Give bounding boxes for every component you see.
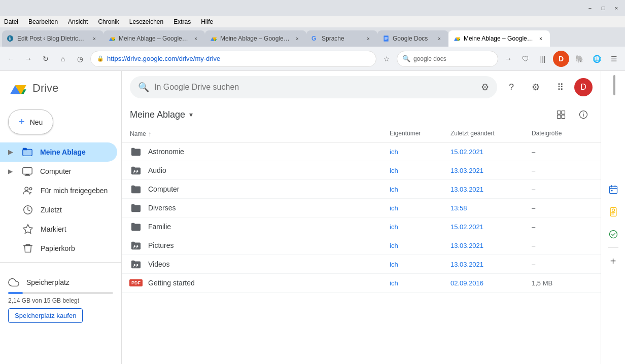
tab-sprache[interactable]: G Sprache × [306,30,377,47]
size-cell: – [532,261,593,268]
file-name-cell: Diverses [130,202,390,214]
menu-chronik[interactable]: Chronik [96,17,121,26]
sidebar-item-zuletzt[interactable]: Zuletzt [0,200,117,220]
menu-lesezeichen[interactable]: Lesezeichen [127,17,165,26]
table-row[interactable]: Astronomie ich 15.02.2021 – [122,142,601,161]
table-row[interactable]: Videos ich 13.03.2021 – [122,255,601,274]
home-button[interactable]: ⌂ [56,52,70,66]
tab-close-sprache[interactable]: × [364,34,372,43]
size-cell: – [532,204,593,212]
folder-icon [130,202,142,214]
search-options-icon[interactable]: ⚙ [481,82,489,93]
app-body: Drive + Neu ▶ Meine Ablage ▶ C [0,71,625,364]
tab-close-wordpress[interactable]: × [90,34,98,43]
table-row[interactable]: Pictures ich 13.03.2021 – [122,236,601,255]
add-panel-btn[interactable]: + [604,252,622,270]
lock-icon: 🔒 [97,55,104,62]
window-controls[interactable]: − □ × [585,4,621,13]
bookmarks-icon-btn[interactable]: ||| [536,52,550,66]
menu-icon[interactable]: ☰ [607,52,621,66]
table-row[interactable]: Familie ich 15.02.2021 – [122,217,601,236]
search-bar[interactable]: 🔍 google docs [397,51,498,67]
right-panel-divider [608,247,618,248]
sidebar-item-computer[interactable]: ▶ Computer [0,162,117,181]
keep-panel-btn[interactable] [604,203,622,221]
url-bar[interactable]: 🔒 https://drive.google.com/drive/my-driv… [90,51,376,67]
forward-button[interactable]: → [21,52,36,66]
size-cell: – [532,148,593,156]
size-cell: – [532,186,593,193]
tab-google-docs[interactable]: Google Docs × [377,30,448,47]
arrow-right-button[interactable]: → [501,52,515,66]
tab-drive-active[interactable]: Meine Ablage – Google Dr… × [448,30,550,47]
storage-item[interactable]: Speicherplatz [8,273,113,292]
tab-close-active[interactable]: × [537,34,545,43]
drive-title: Drive [32,82,58,95]
menu-bar: Datei Bearbeiten Ansicht Chronik Lesezei… [0,16,625,27]
sidebar: Drive + Neu ▶ Meine Ablage ▶ C [0,71,122,364]
col-name-header[interactable]: Name ↑ [130,130,390,138]
table-row[interactable]: Diverses ich 13:58 – [122,199,601,217]
calendar-panel-btn[interactable] [604,180,622,199]
reload-button[interactable]: ↻ [39,52,53,66]
svg-point-28 [609,231,617,238]
name-header-text: Name [130,130,146,137]
sidebar-item-meine-ablage[interactable]: ▶ Meine Ablage [0,142,117,162]
grid-view-button[interactable] [552,105,570,124]
tab-close-drive3[interactable]: × [293,34,301,43]
history-button[interactable]: ◷ [73,52,87,66]
menu-ansicht[interactable]: Ansicht [66,17,90,26]
folder-dropdown-chevron[interactable]: ▾ [189,111,193,119]
tab-wordpress[interactable]: 🅦 Edit Post ‹ Blog Dietrich (S… × [2,30,103,47]
sidebar-item-markiert[interactable]: Markiert [0,220,117,239]
profile-icon-d[interactable]: D [553,51,569,67]
svg-point-21 [136,245,138,247]
table-row[interactable]: PDF Getting started ich 02.09.2016 1,5 M… [122,274,601,293]
folder-shared-icon [130,258,142,270]
tab-drive-3[interactable]: Meine Ablage – Google Dri… × [205,30,306,47]
minimize-button[interactable]: − [585,4,595,13]
shield-icon-btn[interactable]: 🛡 [518,52,533,66]
info-button[interactable] [574,105,593,124]
svg-point-20 [133,245,135,247]
col-size-header: Dateigröße [532,130,593,138]
close-button[interactable]: × [612,4,621,13]
cloud-icon [8,277,19,288]
evernote-icon[interactable]: 🐘 [572,52,586,66]
col-owner-header: Eigentümer [390,130,450,138]
tasks-panel-btn[interactable] [604,225,622,243]
tab-label: Edit Post ‹ Blog Dietrich (S… [17,35,87,42]
tab-drive-2[interactable]: Meine Ablage – Google Dr… × [103,30,205,47]
file-name: Diverses [148,204,176,212]
menu-datei[interactable]: Datei [2,17,20,26]
menu-extras[interactable]: Extras [171,17,193,26]
settings-button[interactable]: ⚙ [526,77,546,97]
sidebar-header: Drive [0,75,121,105]
user-avatar[interactable]: D [574,78,593,96]
menu-hilfe[interactable]: Hilfe [199,17,215,26]
svg-point-23 [136,264,138,266]
back-button[interactable]: ← [4,52,18,66]
table-row[interactable]: Audio ich 13.03.2021 – [122,161,601,180]
extension-icon[interactable]: 🌐 [589,52,604,66]
new-button[interactable]: + Neu [8,110,53,134]
maximize-button[interactable]: □ [599,4,608,13]
menu-bearbeiten[interactable]: Bearbeiten [26,17,60,26]
apps-button[interactable]: ⠿ [550,77,570,97]
svg-rect-2 [385,38,388,39]
bookmark-button[interactable]: ☆ [379,52,394,66]
storage-buy-button[interactable]: Speicherplatz kaufen [8,308,83,323]
tab-close-docs[interactable]: × [435,34,443,43]
help-button[interactable]: ? [501,77,522,97]
search-input[interactable] [154,83,476,92]
sidebar-item-fuer-mich[interactable]: Für mich freigegeben [0,181,117,200]
storage-text: 2,14 GB von 15 GB belegt [8,297,113,304]
shared-icon [22,185,33,196]
table-row[interactable]: Computer ich 13.03.2021 – [122,180,601,199]
wordpress-favicon: 🅦 [7,35,14,42]
search-container[interactable]: 🔍 ⚙ [130,76,497,98]
drive-favicon-active [454,35,461,42]
search-magnifier-icon: 🔍 [402,55,410,62]
sidebar-item-papierkorb[interactable]: Papierkorb [0,239,117,258]
tab-close-drive2[interactable]: × [192,34,200,43]
